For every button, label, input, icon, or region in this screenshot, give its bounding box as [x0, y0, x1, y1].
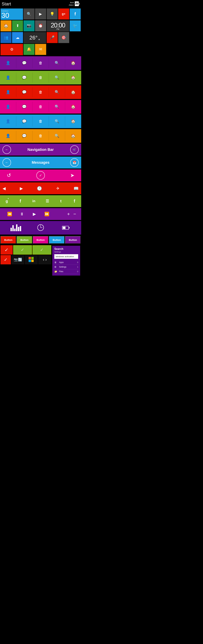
button-lime[interactable]: Button [16, 236, 32, 244]
twitter-social-button[interactable]: t [54, 195, 68, 207]
tile-camera[interactable]: 📷 [23, 20, 34, 31]
bottom-section: ✓ ✓ ✓ ✓ 📷🔄 [0, 245, 81, 276]
button-purple[interactable]: Button [65, 236, 81, 244]
tile-mic[interactable]: 🎤 [47, 32, 58, 43]
toolbar-blue-chat[interactable]: 💬 [16, 116, 32, 126]
tile-bulb[interactable]: 💡 [47, 8, 58, 20]
book-button[interactable]: 📖 [74, 186, 79, 191]
check-lime-outline[interactable]: ✓ [13, 245, 32, 254]
tile-clock-icon[interactable]: ⏰ [35, 20, 46, 31]
button-pink[interactable]: Button [33, 236, 48, 244]
tile-upload[interactable]: ⬆ [12, 20, 23, 31]
toolbar-pink-search[interactable]: 🔍 [49, 102, 65, 112]
tile-facebook-top[interactable]: f [70, 8, 81, 20]
tile-mail[interactable]: ✉ [35, 44, 46, 55]
toolbar-purple-trash[interactable]: 🗑 [32, 58, 49, 68]
nav-back-button[interactable]: ← [2, 146, 11, 154]
check-solid-red[interactable]: ✓ [0, 255, 11, 264]
tile-settings-red[interactable]: ⚙ [0, 44, 23, 55]
gplus-social-icon: g+ [5, 199, 8, 203]
arrows-button[interactable]: ‹ › [38, 255, 51, 264]
toolbar-orange-user[interactable]: 👤 [0, 131, 16, 141]
gplus-social-button[interactable]: g+ [0, 195, 13, 207]
confirm-button[interactable]: ✓ [36, 171, 45, 180]
next-button[interactable]: ▶ [20, 186, 23, 191]
toolbar-lime-chat[interactable]: 💬 [16, 72, 32, 83]
battery-icon [62, 226, 69, 230]
search-subtitle: Settings [54, 251, 78, 253]
toolbar-red-search[interactable]: 🔍 [49, 87, 65, 97]
camera-rotate-button[interactable]: 📷🔄 [11, 255, 24, 264]
toolbar-blue-trash[interactable]: 🗑 [32, 116, 49, 126]
prev-button[interactable]: ◀ [2, 186, 5, 191]
toolbar-lime-trash[interactable]: 🗑 [32, 72, 49, 83]
windows-logo-button[interactable] [25, 255, 38, 264]
pause-button[interactable]: ⏸ [16, 212, 28, 216]
linkedin-social-button[interactable]: in [27, 195, 41, 207]
user-info: Amit Jaipur AK [69, 1, 79, 6]
search-result-files[interactable]: 📁 Files 0 [54, 269, 78, 274]
toolbar-purple-chat[interactable]: 💬 [16, 58, 32, 68]
rewind-button[interactable]: ⏪ [3, 212, 16, 216]
toolbar-orange-chat[interactable]: 💬 [16, 131, 32, 141]
volume-down-button[interactable]: − [72, 211, 78, 217]
tile-twitter[interactable]: 🐦 [70, 20, 81, 31]
tile-play[interactable]: ▶ [35, 8, 46, 20]
toolbar-orange-search[interactable]: 🔍 [49, 131, 65, 141]
messages-back-button[interactable]: ← [2, 158, 11, 167]
toolbar-purple-user[interactable]: 👤 [0, 58, 16, 68]
tile-calendar[interactable]: Tuesday 30 [0, 8, 23, 20]
button-blue[interactable]: Button [49, 236, 64, 244]
tile-people[interactable]: 👥 [0, 32, 11, 43]
play-button[interactable]: ▶ [28, 212, 41, 216]
tile-search[interactable]: 🔍 [23, 8, 34, 20]
messages-action-button[interactable]: 📅 [70, 158, 79, 167]
location-icon: ✈ [56, 186, 59, 191]
toolbar-blue-search[interactable]: 🔍 [49, 116, 65, 126]
check-red[interactable]: ✓ [0, 245, 13, 254]
toolbar-purple-home[interactable]: 🏠 [65, 58, 81, 68]
refresh-button[interactable]: ↺ [7, 172, 11, 178]
location-button[interactable]: ✈ [56, 186, 59, 191]
history-button[interactable]: 🕐 [37, 186, 42, 191]
search-result-apps[interactable]: 🖥 Apps 0 [54, 260, 78, 265]
home-icon: 🏠 [71, 104, 75, 109]
toolbar-purple-search[interactable]: 🔍 [49, 58, 65, 68]
toolbar-blue-home[interactable]: 🏠 [65, 116, 81, 126]
facebook2-social-button[interactable]: f [68, 195, 81, 207]
toolbar-pink-chat[interactable]: 💬 [16, 102, 32, 112]
toolbar-red-chat[interactable]: 💬 [16, 87, 32, 97]
share-button[interactable]: ➤ [70, 172, 74, 178]
user-icon: 👤 [6, 119, 10, 124]
search-result-settings[interactable]: ⚙ Settings 1 [54, 265, 78, 269]
volume-up-button[interactable]: + [65, 211, 72, 217]
rss-social-button[interactable]: ☰ [41, 195, 54, 207]
nav-action-button[interactable]: 🛒 [70, 146, 79, 154]
toolbar-red-home[interactable]: 🏠 [65, 87, 81, 97]
tile-target[interactable]: 🎯 [58, 32, 69, 43]
toolbar-pink-user[interactable]: 👤 [0, 102, 16, 112]
toolbar-pink-home[interactable]: 🏠 [65, 102, 81, 112]
toolbar-red-user[interactable]: 👤 [0, 87, 16, 97]
toolbar-blue-user[interactable]: 👤 [0, 116, 16, 126]
toolbar-orange-home[interactable]: 🏠 [65, 131, 81, 141]
button-red[interactable]: Button [0, 236, 16, 244]
toolbar-pink-trash[interactable]: 🗑 [32, 102, 49, 112]
facebook-social-button[interactable]: f [13, 195, 27, 207]
tile-home-orange[interactable]: 🏠 [0, 20, 11, 31]
search-input[interactable] [54, 254, 81, 259]
toolbar-orange-trash[interactable]: 🗑 [32, 131, 49, 141]
tile-gplus[interactable]: g+ [58, 8, 69, 20]
tile-cloud[interactable]: ☁ [12, 32, 23, 43]
rewind-icon: ⏪ [7, 212, 12, 216]
check-lime-outline2[interactable]: ✓ [32, 245, 51, 254]
tile-time[interactable]: 20:00 PM [47, 20, 69, 32]
tile-bell[interactable]: 🔔 [23, 44, 34, 55]
tile-weather[interactable]: 26° ☀ [23, 32, 46, 44]
fastforward-button[interactable]: ⏩ [41, 212, 53, 216]
toolbar-lime-user[interactable]: 👤 [0, 72, 16, 83]
toolbar-lime-home[interactable]: 🏠 [65, 72, 81, 83]
toolbar-lime-search[interactable]: 🔍 [49, 72, 65, 83]
gplus-icon: g+ [62, 12, 66, 16]
toolbar-red-trash[interactable]: 🗑 [32, 87, 49, 97]
